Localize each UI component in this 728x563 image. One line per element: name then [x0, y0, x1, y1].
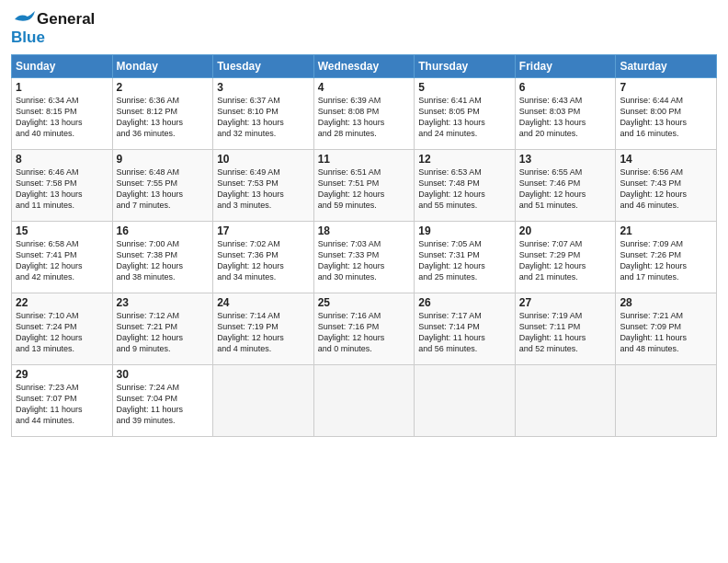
day-info: Sunrise: 6:44 AM Sunset: 8:00 PM Dayligh… [620, 95, 712, 140]
day-info: Sunrise: 6:36 AM Sunset: 8:12 PM Dayligh… [117, 95, 210, 140]
day-info: Sunrise: 7:02 AM Sunset: 7:36 PM Dayligh… [217, 238, 310, 283]
day-number: 22 [16, 296, 108, 309]
day-info: Sunrise: 6:58 AM Sunset: 7:41 PM Dayligh… [16, 238, 108, 283]
calendar-cell: 21Sunrise: 7:09 AM Sunset: 7:26 PM Dayli… [616, 221, 717, 293]
logo: General Blue [11, 9, 95, 47]
col-header-tuesday: Tuesday [213, 54, 314, 77]
page-container: General Blue SundayMondayTuesdayWednesda… [0, 0, 728, 442]
day-number: 25 [318, 296, 411, 309]
calendar-cell: 26Sunrise: 7:17 AM Sunset: 7:14 PM Dayli… [415, 293, 516, 364]
week-row-4: 22Sunrise: 7:10 AM Sunset: 7:24 PM Dayli… [12, 293, 717, 364]
day-number: 3 [217, 81, 310, 94]
day-info: Sunrise: 7:19 AM Sunset: 7:11 PM Dayligh… [519, 310, 612, 355]
day-info: Sunrise: 6:34 AM Sunset: 8:15 PM Dayligh… [16, 95, 108, 140]
day-info: Sunrise: 7:16 AM Sunset: 7:16 PM Dayligh… [318, 310, 411, 355]
day-number: 6 [519, 81, 612, 94]
day-info: Sunrise: 6:48 AM Sunset: 7:55 PM Dayligh… [117, 167, 210, 212]
day-number: 8 [16, 153, 108, 166]
calendar-cell: 23Sunrise: 7:12 AM Sunset: 7:21 PM Dayli… [112, 293, 213, 364]
col-header-thursday: Thursday [415, 54, 516, 77]
day-number: 30 [117, 368, 210, 381]
day-info: Sunrise: 7:05 AM Sunset: 7:31 PM Dayligh… [418, 238, 511, 283]
calendar-cell: 11Sunrise: 6:51 AM Sunset: 7:51 PM Dayli… [313, 149, 415, 221]
day-number: 4 [318, 81, 411, 94]
day-number: 14 [620, 153, 712, 166]
calendar-cell [313, 364, 415, 436]
week-row-2: 8Sunrise: 6:46 AM Sunset: 7:58 PM Daylig… [12, 149, 717, 221]
day-number: 13 [519, 153, 612, 166]
week-row-5: 29Sunrise: 7:23 AM Sunset: 7:07 PM Dayli… [12, 364, 717, 436]
day-number: 23 [117, 296, 210, 309]
day-number: 26 [418, 296, 511, 309]
day-info: Sunrise: 6:51 AM Sunset: 7:51 PM Dayligh… [318, 167, 411, 212]
day-info: Sunrise: 6:55 AM Sunset: 7:46 PM Dayligh… [519, 167, 612, 212]
day-number: 17 [217, 224, 310, 237]
calendar-cell: 18Sunrise: 7:03 AM Sunset: 7:33 PM Dayli… [313, 221, 415, 293]
calendar-cell: 19Sunrise: 7:05 AM Sunset: 7:31 PM Dayli… [415, 221, 516, 293]
calendar-table: SundayMondayTuesdayWednesdayThursdayFrid… [11, 54, 717, 437]
day-number: 2 [117, 81, 210, 94]
header-row: SundayMondayTuesdayWednesdayThursdayFrid… [12, 54, 717, 77]
calendar-cell [616, 364, 717, 436]
calendar-cell: 6Sunrise: 6:43 AM Sunset: 8:03 PM Daylig… [515, 77, 616, 149]
logo-blue: Blue [11, 29, 45, 47]
day-info: Sunrise: 7:09 AM Sunset: 7:26 PM Dayligh… [620, 238, 712, 283]
calendar-cell: 1Sunrise: 6:34 AM Sunset: 8:15 PM Daylig… [12, 77, 113, 149]
calendar-cell [415, 364, 516, 436]
day-info: Sunrise: 7:23 AM Sunset: 7:07 PM Dayligh… [16, 382, 108, 427]
day-number: 1 [16, 81, 108, 94]
calendar-cell: 29Sunrise: 7:23 AM Sunset: 7:07 PM Dayli… [12, 364, 113, 436]
day-number: 20 [519, 224, 612, 237]
calendar-cell: 4Sunrise: 6:39 AM Sunset: 8:08 PM Daylig… [313, 77, 415, 149]
day-info: Sunrise: 7:00 AM Sunset: 7:38 PM Dayligh… [117, 238, 210, 283]
day-number: 9 [117, 153, 210, 166]
calendar-cell: 22Sunrise: 7:10 AM Sunset: 7:24 PM Dayli… [12, 293, 113, 364]
calendar-cell: 20Sunrise: 7:07 AM Sunset: 7:29 PM Dayli… [515, 221, 616, 293]
day-info: Sunrise: 6:56 AM Sunset: 7:43 PM Dayligh… [620, 167, 712, 212]
day-number: 27 [519, 296, 612, 309]
day-number: 21 [620, 224, 712, 237]
day-number: 7 [620, 81, 712, 94]
calendar-cell: 27Sunrise: 7:19 AM Sunset: 7:11 PM Dayli… [515, 293, 616, 364]
calendar-cell: 14Sunrise: 6:56 AM Sunset: 7:43 PM Dayli… [616, 149, 717, 221]
logo-bird-icon [11, 9, 37, 29]
day-number: 19 [418, 224, 511, 237]
calendar-cell: 12Sunrise: 6:53 AM Sunset: 7:48 PM Dayli… [415, 149, 516, 221]
day-info: Sunrise: 6:39 AM Sunset: 8:08 PM Dayligh… [318, 95, 411, 140]
day-number: 10 [217, 153, 310, 166]
week-row-1: 1Sunrise: 6:34 AM Sunset: 8:15 PM Daylig… [12, 77, 717, 149]
calendar-cell [213, 364, 314, 436]
day-number: 18 [318, 224, 411, 237]
day-number: 12 [418, 153, 511, 166]
calendar-cell: 7Sunrise: 6:44 AM Sunset: 8:00 PM Daylig… [616, 77, 717, 149]
col-header-friday: Friday [515, 54, 616, 77]
day-info: Sunrise: 6:49 AM Sunset: 7:53 PM Dayligh… [217, 167, 310, 212]
day-info: Sunrise: 7:03 AM Sunset: 7:33 PM Dayligh… [318, 238, 411, 283]
day-number: 15 [16, 224, 108, 237]
col-header-wednesday: Wednesday [313, 54, 415, 77]
day-info: Sunrise: 6:53 AM Sunset: 7:48 PM Dayligh… [418, 167, 511, 212]
calendar-cell: 3Sunrise: 6:37 AM Sunset: 8:10 PM Daylig… [213, 77, 314, 149]
calendar-cell [515, 364, 616, 436]
calendar-cell: 13Sunrise: 6:55 AM Sunset: 7:46 PM Dayli… [515, 149, 616, 221]
calendar-cell: 16Sunrise: 7:00 AM Sunset: 7:38 PM Dayli… [112, 221, 213, 293]
logo-text: General Blue [11, 9, 95, 47]
day-number: 16 [117, 224, 210, 237]
week-row-3: 15Sunrise: 6:58 AM Sunset: 7:41 PM Dayli… [12, 221, 717, 293]
day-info: Sunrise: 7:14 AM Sunset: 7:19 PM Dayligh… [217, 310, 310, 355]
day-info: Sunrise: 7:21 AM Sunset: 7:09 PM Dayligh… [620, 310, 712, 355]
day-number: 24 [217, 296, 310, 309]
day-info: Sunrise: 7:10 AM Sunset: 7:24 PM Dayligh… [16, 310, 108, 355]
day-number: 29 [16, 368, 108, 381]
calendar-cell: 2Sunrise: 6:36 AM Sunset: 8:12 PM Daylig… [112, 77, 213, 149]
calendar-cell: 9Sunrise: 6:48 AM Sunset: 7:55 PM Daylig… [112, 149, 213, 221]
day-info: Sunrise: 7:12 AM Sunset: 7:21 PM Dayligh… [117, 310, 210, 355]
calendar-cell: 24Sunrise: 7:14 AM Sunset: 7:19 PM Dayli… [213, 293, 314, 364]
day-info: Sunrise: 6:41 AM Sunset: 8:05 PM Dayligh… [418, 95, 511, 140]
day-number: 28 [620, 296, 712, 309]
day-info: Sunrise: 7:17 AM Sunset: 7:14 PM Dayligh… [418, 310, 511, 355]
calendar-cell: 15Sunrise: 6:58 AM Sunset: 7:41 PM Dayli… [12, 221, 113, 293]
calendar-cell: 10Sunrise: 6:49 AM Sunset: 7:53 PM Dayli… [213, 149, 314, 221]
day-info: Sunrise: 7:24 AM Sunset: 7:04 PM Dayligh… [117, 382, 210, 427]
col-header-monday: Monday [112, 54, 213, 77]
